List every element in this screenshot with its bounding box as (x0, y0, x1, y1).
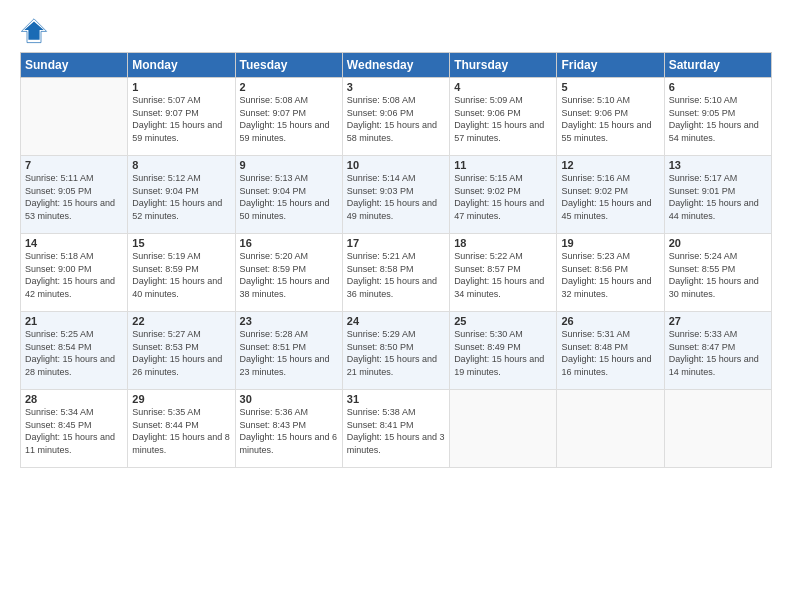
calendar-cell: 22Sunrise: 5:27 AMSunset: 8:53 PMDayligh… (128, 312, 235, 390)
day-info: Sunrise: 5:36 AMSunset: 8:43 PMDaylight:… (240, 406, 338, 456)
day-number: 24 (347, 315, 445, 327)
day-info: Sunrise: 5:12 AMSunset: 9:04 PMDaylight:… (132, 172, 230, 222)
logo-icon (20, 16, 48, 44)
calendar-cell: 6Sunrise: 5:10 AMSunset: 9:05 PMDaylight… (664, 78, 771, 156)
day-info: Sunrise: 5:20 AMSunset: 8:59 PMDaylight:… (240, 250, 338, 300)
week-row-4: 21Sunrise: 5:25 AMSunset: 8:54 PMDayligh… (21, 312, 772, 390)
calendar-header-row: SundayMondayTuesdayWednesdayThursdayFrid… (21, 53, 772, 78)
calendar-cell: 25Sunrise: 5:30 AMSunset: 8:49 PMDayligh… (450, 312, 557, 390)
day-info: Sunrise: 5:35 AMSunset: 8:44 PMDaylight:… (132, 406, 230, 456)
header (20, 16, 772, 44)
day-info: Sunrise: 5:28 AMSunset: 8:51 PMDaylight:… (240, 328, 338, 378)
day-number: 28 (25, 393, 123, 405)
calendar-cell: 9Sunrise: 5:13 AMSunset: 9:04 PMDaylight… (235, 156, 342, 234)
calendar-cell: 4Sunrise: 5:09 AMSunset: 9:06 PMDaylight… (450, 78, 557, 156)
day-number: 31 (347, 393, 445, 405)
day-number: 29 (132, 393, 230, 405)
calendar-cell: 13Sunrise: 5:17 AMSunset: 9:01 PMDayligh… (664, 156, 771, 234)
day-info: Sunrise: 5:30 AMSunset: 8:49 PMDaylight:… (454, 328, 552, 378)
calendar-cell: 31Sunrise: 5:38 AMSunset: 8:41 PMDayligh… (342, 390, 449, 468)
day-info: Sunrise: 5:08 AMSunset: 9:06 PMDaylight:… (347, 94, 445, 144)
day-number: 16 (240, 237, 338, 249)
calendar-cell: 8Sunrise: 5:12 AMSunset: 9:04 PMDaylight… (128, 156, 235, 234)
day-number: 9 (240, 159, 338, 171)
day-number: 6 (669, 81, 767, 93)
day-info: Sunrise: 5:16 AMSunset: 9:02 PMDaylight:… (561, 172, 659, 222)
day-info: Sunrise: 5:24 AMSunset: 8:55 PMDaylight:… (669, 250, 767, 300)
day-info: Sunrise: 5:31 AMSunset: 8:48 PMDaylight:… (561, 328, 659, 378)
header-monday: Monday (128, 53, 235, 78)
calendar-cell: 5Sunrise: 5:10 AMSunset: 9:06 PMDaylight… (557, 78, 664, 156)
day-info: Sunrise: 5:08 AMSunset: 9:07 PMDaylight:… (240, 94, 338, 144)
header-tuesday: Tuesday (235, 53, 342, 78)
day-number: 2 (240, 81, 338, 93)
day-number: 1 (132, 81, 230, 93)
week-row-1: 1Sunrise: 5:07 AMSunset: 9:07 PMDaylight… (21, 78, 772, 156)
day-info: Sunrise: 5:13 AMSunset: 9:04 PMDaylight:… (240, 172, 338, 222)
day-number: 26 (561, 315, 659, 327)
logo (20, 16, 52, 44)
calendar-cell: 21Sunrise: 5:25 AMSunset: 8:54 PMDayligh… (21, 312, 128, 390)
calendar-cell: 29Sunrise: 5:35 AMSunset: 8:44 PMDayligh… (128, 390, 235, 468)
calendar-cell: 26Sunrise: 5:31 AMSunset: 8:48 PMDayligh… (557, 312, 664, 390)
calendar-cell: 3Sunrise: 5:08 AMSunset: 9:06 PMDaylight… (342, 78, 449, 156)
day-number: 12 (561, 159, 659, 171)
day-number: 30 (240, 393, 338, 405)
calendar-cell: 1Sunrise: 5:07 AMSunset: 9:07 PMDaylight… (128, 78, 235, 156)
calendar-cell: 15Sunrise: 5:19 AMSunset: 8:59 PMDayligh… (128, 234, 235, 312)
calendar-cell (664, 390, 771, 468)
day-info: Sunrise: 5:27 AMSunset: 8:53 PMDaylight:… (132, 328, 230, 378)
calendar-cell: 20Sunrise: 5:24 AMSunset: 8:55 PMDayligh… (664, 234, 771, 312)
calendar-cell: 28Sunrise: 5:34 AMSunset: 8:45 PMDayligh… (21, 390, 128, 468)
week-row-2: 7Sunrise: 5:11 AMSunset: 9:05 PMDaylight… (21, 156, 772, 234)
week-row-5: 28Sunrise: 5:34 AMSunset: 8:45 PMDayligh… (21, 390, 772, 468)
day-number: 23 (240, 315, 338, 327)
day-info: Sunrise: 5:18 AMSunset: 9:00 PMDaylight:… (25, 250, 123, 300)
day-number: 8 (132, 159, 230, 171)
calendar-cell: 27Sunrise: 5:33 AMSunset: 8:47 PMDayligh… (664, 312, 771, 390)
day-info: Sunrise: 5:22 AMSunset: 8:57 PMDaylight:… (454, 250, 552, 300)
calendar-cell: 2Sunrise: 5:08 AMSunset: 9:07 PMDaylight… (235, 78, 342, 156)
calendar-cell: 30Sunrise: 5:36 AMSunset: 8:43 PMDayligh… (235, 390, 342, 468)
calendar-table: SundayMondayTuesdayWednesdayThursdayFrid… (20, 52, 772, 468)
day-info: Sunrise: 5:21 AMSunset: 8:58 PMDaylight:… (347, 250, 445, 300)
day-number: 25 (454, 315, 552, 327)
day-info: Sunrise: 5:15 AMSunset: 9:02 PMDaylight:… (454, 172, 552, 222)
day-number: 11 (454, 159, 552, 171)
day-info: Sunrise: 5:34 AMSunset: 8:45 PMDaylight:… (25, 406, 123, 456)
calendar-cell: 7Sunrise: 5:11 AMSunset: 9:05 PMDaylight… (21, 156, 128, 234)
day-number: 18 (454, 237, 552, 249)
day-info: Sunrise: 5:11 AMSunset: 9:05 PMDaylight:… (25, 172, 123, 222)
day-number: 17 (347, 237, 445, 249)
day-info: Sunrise: 5:17 AMSunset: 9:01 PMDaylight:… (669, 172, 767, 222)
day-number: 4 (454, 81, 552, 93)
day-info: Sunrise: 5:14 AMSunset: 9:03 PMDaylight:… (347, 172, 445, 222)
calendar-cell: 12Sunrise: 5:16 AMSunset: 9:02 PMDayligh… (557, 156, 664, 234)
header-saturday: Saturday (664, 53, 771, 78)
header-sunday: Sunday (21, 53, 128, 78)
day-info: Sunrise: 5:25 AMSunset: 8:54 PMDaylight:… (25, 328, 123, 378)
header-thursday: Thursday (450, 53, 557, 78)
day-info: Sunrise: 5:09 AMSunset: 9:06 PMDaylight:… (454, 94, 552, 144)
day-number: 14 (25, 237, 123, 249)
day-number: 21 (25, 315, 123, 327)
day-info: Sunrise: 5:10 AMSunset: 9:05 PMDaylight:… (669, 94, 767, 144)
day-number: 22 (132, 315, 230, 327)
calendar-cell: 14Sunrise: 5:18 AMSunset: 9:00 PMDayligh… (21, 234, 128, 312)
week-row-3: 14Sunrise: 5:18 AMSunset: 9:00 PMDayligh… (21, 234, 772, 312)
calendar-cell (557, 390, 664, 468)
calendar-cell (450, 390, 557, 468)
day-info: Sunrise: 5:23 AMSunset: 8:56 PMDaylight:… (561, 250, 659, 300)
calendar-cell (21, 78, 128, 156)
day-number: 19 (561, 237, 659, 249)
day-number: 15 (132, 237, 230, 249)
day-info: Sunrise: 5:19 AMSunset: 8:59 PMDaylight:… (132, 250, 230, 300)
day-number: 27 (669, 315, 767, 327)
day-info: Sunrise: 5:38 AMSunset: 8:41 PMDaylight:… (347, 406, 445, 456)
calendar-cell: 16Sunrise: 5:20 AMSunset: 8:59 PMDayligh… (235, 234, 342, 312)
calendar-cell: 24Sunrise: 5:29 AMSunset: 8:50 PMDayligh… (342, 312, 449, 390)
page: SundayMondayTuesdayWednesdayThursdayFrid… (0, 0, 792, 612)
calendar-cell: 10Sunrise: 5:14 AMSunset: 9:03 PMDayligh… (342, 156, 449, 234)
day-info: Sunrise: 5:29 AMSunset: 8:50 PMDaylight:… (347, 328, 445, 378)
day-info: Sunrise: 5:10 AMSunset: 9:06 PMDaylight:… (561, 94, 659, 144)
